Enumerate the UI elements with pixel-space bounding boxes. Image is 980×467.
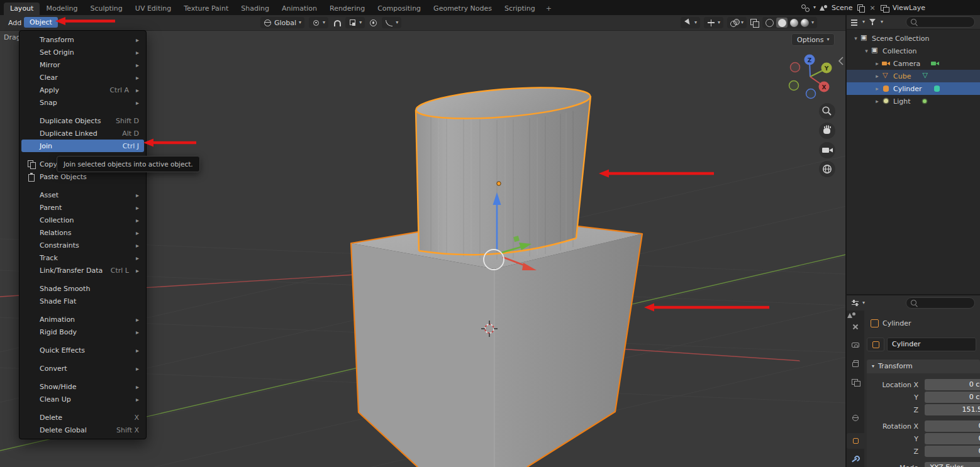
- workspace-tab[interactable]: UV Editing: [129, 3, 177, 15]
- outliner-search-input[interactable]: [906, 16, 975, 28]
- workspace-tab[interactable]: Scripting: [498, 3, 542, 15]
- outliner-row[interactable]: ▾ Collection: [847, 45, 980, 57]
- menu-item[interactable]: Parent ▸: [21, 201, 144, 214]
- axis-neg-z-ball[interactable]: [806, 89, 816, 99]
- value-field[interactable]: XYZ Euler: [925, 462, 980, 467]
- menu-item[interactable]: Constraints ▸: [21, 239, 144, 251]
- editor-type-icon[interactable]: [851, 299, 859, 307]
- menu-item[interactable]: ▸: [21, 277, 144, 282]
- menu-item[interactable]: Clear ▸: [21, 71, 144, 84]
- editor-type-icon[interactable]: [850, 18, 859, 26]
- value-field[interactable]: 0°: [925, 446, 980, 457]
- disclosure-arrow-icon[interactable]: ▾: [862, 48, 871, 54]
- axis-neg-y-ball[interactable]: [789, 81, 799, 91]
- new-scene-icon[interactable]: [857, 4, 865, 12]
- menu-item[interactable]: Join Ctrl J ▸: [21, 140, 144, 152]
- show-object-types-dropdown[interactable]: ▾: [681, 17, 700, 28]
- snap-toggle-magnet-icon[interactable]: [333, 19, 341, 27]
- menu-item[interactable]: Clean Up ▸: [21, 393, 144, 405]
- menu-item[interactable]: Asset ▸: [21, 189, 144, 201]
- zoom-button[interactable]: [819, 103, 835, 119]
- transform-panel-header[interactable]: ▾ Transform: [867, 360, 980, 373]
- solid-shading-icon[interactable]: [778, 19, 786, 27]
- properties-tab[interactable]: [847, 338, 864, 353]
- value-field[interactable]: 151.54: [925, 404, 980, 415]
- outliner-row[interactable]: ▸ Cube: [847, 70, 980, 82]
- options-button[interactable]: Options ▾: [791, 33, 835, 46]
- menu-item[interactable]: Delete Global Shift X ▸: [21, 424, 144, 436]
- menu-item[interactable]: Shade Flat ▸: [21, 295, 144, 307]
- menu-item[interactable]: Animation ▸: [21, 313, 144, 326]
- properties-tab[interactable]: [847, 392, 864, 408]
- menu-item[interactable]: ▸: [21, 183, 144, 189]
- menu-item[interactable]: ▸: [21, 405, 144, 411]
- menu-item[interactable]: Relations ▸: [21, 226, 144, 239]
- disclosure-arrow-icon[interactable]: ▸: [873, 98, 881, 104]
- menu-item[interactable]: Quick Effects ▸: [21, 344, 144, 356]
- menu-item[interactable]: ▸: [21, 375, 144, 380]
- properties-tab[interactable]: [847, 433, 864, 449]
- properties-tab[interactable]: [847, 451, 864, 467]
- menu-item[interactable]: ▸: [21, 356, 144, 362]
- workspace-tab[interactable]: Animation: [276, 3, 323, 15]
- outliner-row[interactable]: ▾ Scene Collection: [847, 32, 980, 45]
- value-field[interactable]: 0°: [925, 420, 980, 432]
- node-tree-icon[interactable]: [801, 4, 810, 12]
- axis-neg-x-ball[interactable]: [791, 63, 800, 72]
- menu-item[interactable]: Collection ▸: [21, 214, 144, 226]
- workspace-tab[interactable]: Sculpting: [84, 3, 128, 15]
- menu-item[interactable]: Show/Hide ▸: [21, 380, 144, 393]
- menu-item[interactable]: Set Origin ▸: [21, 46, 144, 58]
- disclosure-arrow-icon[interactable]: ▸: [873, 60, 881, 67]
- menu-item[interactable]: Transform ▸: [21, 33, 144, 46]
- transform-orientation-dropdown[interactable]: Global ▾: [260, 17, 304, 28]
- outliner-row[interactable]: ▸ Light: [847, 95, 980, 107]
- snap-target-dropdown[interactable]: ▾: [309, 17, 328, 28]
- menu-item[interactable]: Snap ▸: [21, 96, 144, 109]
- properties-tab[interactable]: [847, 319, 864, 335]
- workspace-tab[interactable]: Modeling: [40, 3, 84, 15]
- perspective-toggle-button[interactable]: [819, 161, 835, 177]
- add-menu[interactable]: Add: [5, 18, 25, 28]
- outliner-row[interactable]: ▸ Camera: [847, 57, 980, 70]
- properties-tab[interactable]: [847, 374, 864, 390]
- disclosure-arrow-icon[interactable]: ▸: [873, 85, 881, 92]
- properties-search-input[interactable]: [906, 297, 975, 309]
- workspace-tab[interactable]: Shading: [235, 3, 276, 15]
- menu-item[interactable]: Convert ▸: [21, 362, 144, 375]
- object-name-field[interactable]: Cylinder: [887, 338, 976, 351]
- scene-selector[interactable]: Scene: [832, 4, 853, 12]
- snap-mode-dropdown[interactable]: ▾: [345, 17, 365, 28]
- cylinder-object[interactable]: [415, 82, 592, 260]
- camera-view-button[interactable]: [819, 142, 835, 158]
- menu-item[interactable]: Shade Smooth ▸: [21, 282, 144, 295]
- menu-item[interactable]: Duplicate Linked Alt D ▸: [21, 127, 144, 140]
- properties-tab[interactable]: [847, 410, 864, 426]
- menu-item[interactable]: ▸: [21, 338, 144, 344]
- menu-item[interactable]: Duplicate Objects Shift D ▸: [21, 114, 144, 127]
- proportional-falloff-dropdown[interactable]: ▾: [382, 17, 401, 28]
- workspace-tab[interactable]: Layout: [4, 3, 40, 15]
- panel-divider[interactable]: [847, 294, 980, 295]
- gizmos-dropdown[interactable]: ▾: [704, 17, 723, 28]
- filter-icon[interactable]: [869, 18, 877, 26]
- menu-item[interactable]: Apply Ctrl A ▸: [21, 84, 144, 96]
- view-layer-selector[interactable]: ViewLayer: [893, 4, 925, 12]
- value-field[interactable]: 0 cm: [925, 379, 980, 390]
- menu-item[interactable]: ▸: [21, 109, 144, 114]
- menu-item[interactable]: Rigid Body ▸: [21, 326, 144, 338]
- pan-button[interactable]: [819, 123, 835, 139]
- menu-item[interactable]: Link/Transfer Data Ctrl L ▸: [21, 264, 144, 277]
- workspace-tab[interactable]: Rendering: [323, 3, 371, 15]
- workspace-tab[interactable]: Texture Paint: [177, 3, 235, 15]
- menu-item[interactable]: Paste Objects ▸: [21, 170, 144, 183]
- outliner-row[interactable]: ▸ Cylinder: [847, 82, 980, 95]
- proportional-editing-icon[interactable]: [369, 19, 377, 27]
- material-preview-icon[interactable]: [790, 19, 798, 27]
- workspace-tab[interactable]: Geometry Nodes: [427, 3, 498, 15]
- overlays-dropdown[interactable]: ▾: [727, 17, 747, 28]
- menu-item[interactable]: Mirror ▸: [21, 58, 144, 71]
- object-menu-button[interactable]: Object: [24, 17, 58, 28]
- value-field[interactable]: 0 cm: [925, 392, 980, 403]
- value-field[interactable]: 0°: [925, 433, 980, 444]
